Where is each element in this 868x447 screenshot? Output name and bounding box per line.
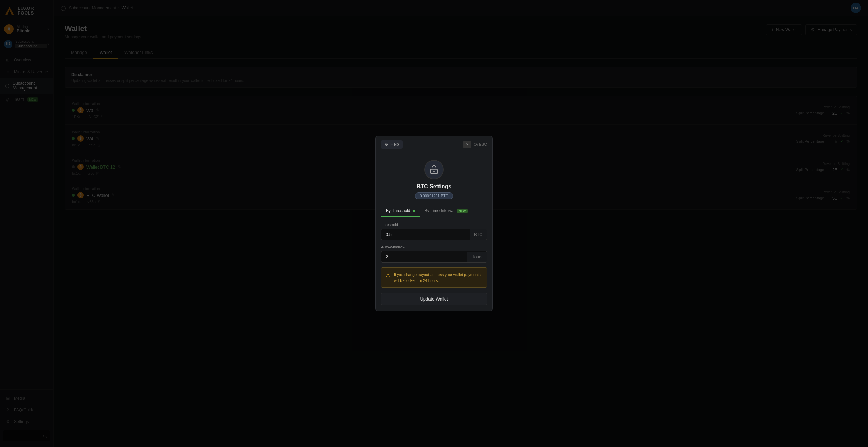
threshold-unit: BTC xyxy=(470,229,487,240)
modal-avatar xyxy=(424,160,444,179)
auto-withdraw-label: Auto-withdraw xyxy=(381,245,487,249)
active-dot xyxy=(413,210,415,212)
auto-withdraw-input-row: Hours xyxy=(381,251,487,263)
esc-label: Or ESC xyxy=(474,142,487,146)
modal-close-button[interactable]: × xyxy=(463,141,471,148)
help-icon: ⚙ xyxy=(385,142,388,147)
svg-point-3 xyxy=(434,171,434,172)
help-button[interactable]: ⚙ Help xyxy=(381,140,403,149)
modal-overlay[interactable]: ⚙ Help × Or ESC BTC Settings 0.00051251 … xyxy=(0,0,868,447)
modal-title: BTC Settings xyxy=(382,183,486,190)
tab-by-threshold[interactable]: By Threshold xyxy=(381,205,420,217)
threshold-field-group: Threshold BTC xyxy=(381,222,487,240)
threshold-label: Threshold xyxy=(381,222,487,227)
modal-tabs: By Threshold By Time Interval NEW xyxy=(376,205,492,217)
threshold-input[interactable] xyxy=(381,229,470,240)
btc-settings-modal: ⚙ Help × Or ESC BTC Settings 0.00051251 … xyxy=(375,136,493,311)
auto-withdraw-field-group: Auto-withdraw Hours xyxy=(381,245,487,263)
modal-help-bar: ⚙ Help × Or ESC xyxy=(376,136,492,153)
threshold-input-row: BTC xyxy=(381,229,487,240)
auto-withdraw-unit: Hours xyxy=(467,252,487,262)
modal-body: Threshold BTC Auto-withdraw Hours ⚠ If y… xyxy=(376,217,492,311)
modal-balance-badge: 0.00051251 BTC xyxy=(415,192,453,199)
warning-box: ⚠ If you change payout address your wall… xyxy=(381,267,487,288)
update-wallet-button[interactable]: Update Wallet xyxy=(381,293,487,305)
warning-icon: ⚠ xyxy=(386,272,390,279)
modal-close-area: × Or ESC xyxy=(463,141,487,148)
tab-by-time-interval[interactable]: By Time Interval NEW xyxy=(420,205,472,217)
modal-header: BTC Settings 0.00051251 BTC xyxy=(376,153,492,205)
warning-text: If you change payout address your wallet… xyxy=(394,272,482,283)
auto-withdraw-input[interactable] xyxy=(381,251,467,262)
